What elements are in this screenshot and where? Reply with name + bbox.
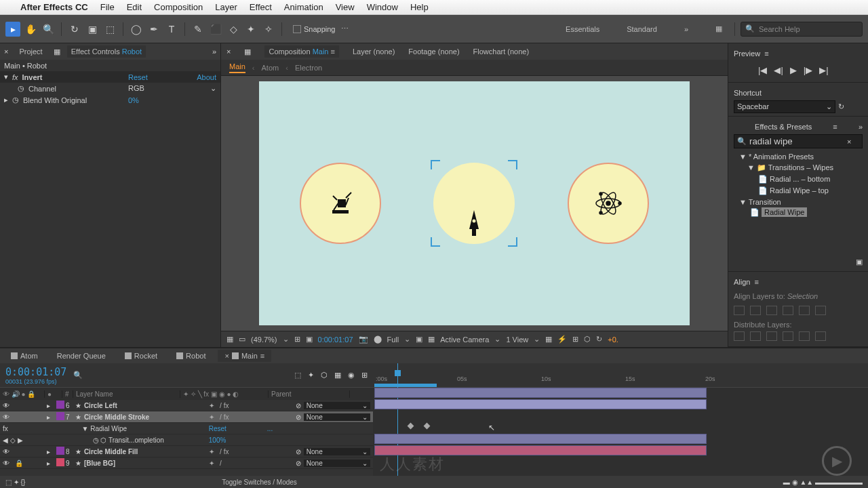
timeline-layer-row[interactable]: ◀ ◇ ▶◷ ⬡ Transit...ompletion100% [0, 434, 373, 446]
first-frame-icon[interactable]: |◀ [758, 65, 767, 75]
tl-tab-render[interactable]: Render Queue [50, 350, 113, 362]
layer-bar[interactable] [374, 445, 707, 455]
tab-effect-controls[interactable]: Effect Controls Robot [67, 45, 146, 58]
panel-overflow-icon[interactable]: » [212, 47, 216, 56]
tree-preset-radial-top[interactable]: 📄 Radial Wipe – top [734, 185, 863, 197]
playhead[interactable] [397, 363, 398, 476]
transparency-icon[interactable]: ▦ [428, 335, 435, 344]
breadcrumb-electron[interactable]: Electron [295, 64, 322, 72]
camera-tool-icon[interactable]: ▣ [85, 22, 100, 37]
text-tool-icon[interactable]: T [164, 22, 179, 37]
snapping-options-icon[interactable]: ⋯ [341, 24, 349, 33]
align-top-icon[interactable] [783, 306, 793, 315]
monitor-icon[interactable]: ▭ [239, 335, 245, 344]
reset-link[interactable]: Reset [128, 73, 148, 81]
last-frame-icon[interactable]: ▶| [819, 65, 828, 75]
breadcrumb-atom[interactable]: Atom [262, 64, 279, 72]
effect-name[interactable]: Invert [22, 73, 43, 81]
close-panel-icon[interactable]: × [4, 47, 8, 56]
tl-opt3-icon[interactable]: ⬡ [321, 371, 328, 380]
timeline-layer-row[interactable]: 👁 ▸8★ Circle Middle Fill✦ / fx⊘None⌄ [0, 446, 373, 458]
stopwatch-icon[interactable]: ◷ [18, 84, 24, 93]
tl-tab-rocket[interactable]: Rocket [118, 350, 164, 362]
timeline-icon[interactable]: ⊞ [572, 335, 578, 344]
layer-bar[interactable] [374, 388, 707, 398]
blend-value[interactable]: 0% [128, 96, 216, 104]
menu-layer[interactable]: Layer [215, 2, 237, 12]
workspace-settings-icon[interactable]: ▦ [715, 24, 722, 33]
snapping-toggle[interactable]: Snapping ⋯ [293, 24, 349, 33]
effects-search-field[interactable]: 🔍 × [734, 134, 863, 148]
roi-icon[interactable]: ▣ [416, 335, 422, 344]
align-bottom-icon[interactable] [815, 306, 826, 315]
effects-search-input[interactable] [749, 136, 844, 146]
zoom-tool-icon[interactable]: 🔍 [41, 22, 56, 37]
panel-menu-icon[interactable]: ≡ [764, 49, 768, 58]
camera-dropdown[interactable]: Active Camera [440, 336, 489, 344]
align-hcenter-icon[interactable] [750, 306, 761, 315]
channel-dropdown[interactable]: RGB ⌄ [128, 84, 216, 93]
tree-radial-wipe-selected[interactable]: Radial Wipe [762, 207, 807, 217]
mask-icon[interactable]: ▣ [306, 335, 313, 344]
tree-animation-presets[interactable]: ▼ * Animation Presets [734, 151, 863, 162]
menu-window[interactable]: Window [367, 2, 398, 12]
panel-menu-icon[interactable]: ▦ [54, 47, 60, 56]
eraser-tool-icon[interactable]: ◇ [226, 22, 241, 37]
tl-opt5-icon[interactable]: ◉ [348, 371, 355, 380]
zoom-dropdown-icon[interactable]: ⌄ [283, 335, 289, 344]
tab-composition[interactable]: Composition Main ≡ [264, 45, 339, 58]
grid-icon[interactable]: ▦ [226, 335, 233, 344]
fast-preview-icon[interactable]: ⚡ [557, 335, 567, 344]
menu-help[interactable]: Help [410, 2, 429, 12]
tl-foot-icon[interactable]: ⬚ ✦ {} [5, 479, 25, 486]
tl-opt6-icon[interactable]: ⊞ [361, 371, 368, 380]
tl-tab-robot[interactable]: Robot [170, 350, 212, 362]
panel-menu-icon[interactable]: ≡ [754, 278, 758, 286]
close-panel-icon[interactable]: × [226, 47, 231, 56]
zoom-value[interactable]: (49.7%) [251, 336, 277, 344]
menu-animation[interactable]: Animation [284, 2, 323, 12]
keyframe-icon[interactable] [408, 423, 414, 430]
tab-footage[interactable]: Footage (none) [408, 47, 459, 56]
tree-transition[interactable]: ▼ Transition [734, 197, 863, 207]
layer-bar[interactable] [374, 399, 707, 409]
dist-3-icon[interactable] [766, 331, 777, 341]
flowchart-icon[interactable]: ⬡ [584, 335, 591, 344]
timeline-layer-row[interactable]: 👁 🔒▸9★ [Blue BG]✦ / ⊘None⌄ [0, 458, 373, 469]
fx-badge-icon[interactable]: fx [12, 73, 18, 81]
next-frame-icon[interactable]: |▶ [804, 65, 812, 75]
workspace-more-icon[interactable]: » [684, 25, 688, 33]
workspace-essentials[interactable]: Essentials [566, 25, 599, 33]
menu-edit[interactable]: Edit [127, 2, 142, 12]
tab-project[interactable]: Project [15, 45, 46, 58]
keyframe-icon[interactable] [424, 423, 431, 430]
panel-icon[interactable]: ▦ [244, 47, 251, 56]
circle-right-shape[interactable] [568, 163, 649, 244]
timeline-layer-row[interactable]: 👁 ▸7★ Circle Middle Stroke✦ / fx⊘None⌄ [0, 411, 373, 423]
new-bin-icon[interactable]: ▣ [856, 258, 863, 266]
tab-flowchart[interactable]: Flowchart (none) [473, 47, 530, 56]
stopwatch-icon[interactable]: ◷ [12, 96, 19, 104]
refresh-icon[interactable]: ↻ [596, 335, 602, 344]
menu-file[interactable]: File [100, 2, 115, 12]
zoom-slider[interactable]: ▬ ◉ ▲▲ ▬▬▬▬▬▬▬ [783, 479, 863, 486]
circle-left-shape[interactable] [300, 163, 381, 244]
panel-menu-icon[interactable]: ≡ [833, 123, 837, 131]
menu-effect[interactable]: Effect [250, 2, 272, 12]
tree-transitions-wipes[interactable]: ▼ 📁 Transitions – Wipes [734, 162, 863, 174]
align-right-icon[interactable] [766, 306, 777, 315]
reset-shortcut-icon[interactable]: ↻ [838, 102, 844, 111]
safe-zones-icon[interactable]: ⊞ [294, 335, 300, 344]
dist-6-icon[interactable] [815, 331, 826, 341]
menu-composition[interactable]: Composition [154, 2, 203, 12]
menu-view[interactable]: View [336, 2, 355, 12]
pan-behind-tool-icon[interactable]: ⬚ [102, 22, 117, 37]
work-area-bar[interactable] [374, 384, 437, 387]
res-dropdown-icon[interactable]: ⌄ [404, 335, 410, 344]
snapshot-icon[interactable]: 📷 [359, 335, 368, 344]
disclosure-icon[interactable]: ▸ [4, 96, 8, 104]
tl-opt2-icon[interactable]: ✦ [308, 371, 314, 380]
disclosure-icon[interactable]: ▾ [4, 73, 8, 81]
align-vcenter-icon[interactable] [799, 306, 810, 315]
align-left-icon[interactable] [734, 306, 745, 315]
